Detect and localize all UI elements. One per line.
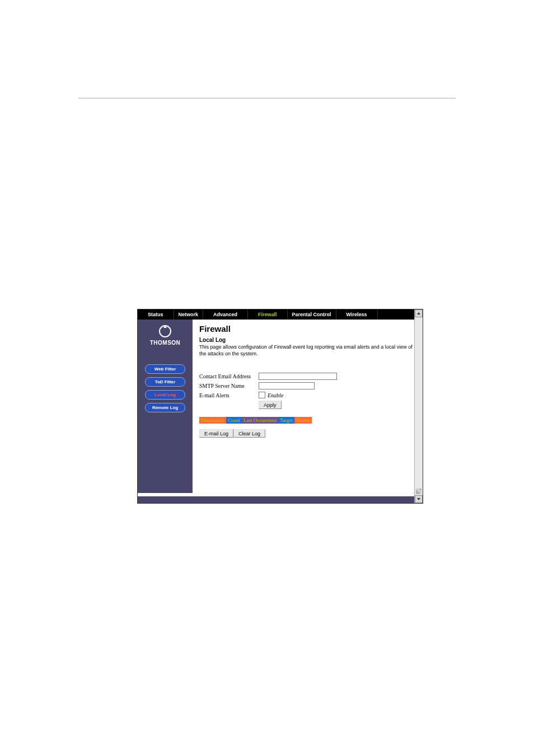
apply-button[interactable]: Apply (259, 401, 282, 409)
page-divider (78, 98, 456, 98)
th-last-occurrence: Last Occurrence (242, 417, 278, 424)
th-count: Count (226, 417, 242, 424)
page-title: Firewall (199, 324, 416, 334)
scroll-down-arrow-icon[interactable] (415, 495, 423, 503)
row-smtp: SMTP Server Name (199, 382, 416, 389)
sidebar-item-tod-filter[interactable]: ToD Filter (145, 377, 185, 387)
page-description: This page allows configuration of Firewa… (199, 344, 416, 357)
brand-text: THOMSON (150, 340, 181, 346)
sidebar-item-web-filter[interactable]: Web Filter (145, 364, 185, 374)
checkbox-enable-alerts[interactable] (259, 392, 265, 398)
th-description: Description (199, 417, 226, 424)
main-area: THOMSON Web Filter ToD Filter Local Log … (138, 320, 423, 493)
label-enable: Enable (268, 392, 283, 398)
tab-wireless[interactable]: Wireless (336, 309, 378, 320)
page-subtitle: Local Log (199, 337, 416, 343)
apply-row: Apply (259, 401, 416, 409)
brand-icon (159, 325, 171, 337)
resize-grip-icon (416, 489, 421, 494)
top-nav: Status Network Advanced Firewall Parenta… (138, 309, 423, 320)
row-email-alerts: E-mail Alerts Enable (199, 392, 416, 398)
vertical-scrollbar[interactable] (414, 309, 423, 503)
log-table: Description Count Last Occurrence Target… (199, 417, 312, 424)
tab-advanced[interactable]: Advanced (203, 309, 248, 320)
content-pane: Firewall Local Log This page allows conf… (193, 320, 423, 493)
label-contact-email: Contact Email Address (199, 373, 259, 379)
clear-log-button[interactable]: Clear Log (233, 429, 265, 438)
row-contact-email: Contact Email Address (199, 373, 416, 380)
sidebar: THOMSON Web Filter ToD Filter Local Log … (138, 320, 193, 493)
tab-network[interactable]: Network (174, 309, 204, 320)
tab-parental-control[interactable]: Parental Control (288, 309, 336, 320)
router-admin-window: Status Network Advanced Firewall Parenta… (137, 309, 423, 504)
label-email-alerts: E-mail Alerts (199, 392, 259, 398)
tab-status[interactable]: Status (138, 309, 174, 320)
brand-logo: THOMSON (150, 325, 181, 346)
email-log-button[interactable]: E-mail Log (199, 429, 233, 438)
log-buttons: E-mail Log Clear Log (199, 429, 416, 438)
sidebar-item-remote-log[interactable]: Remote Log (145, 403, 185, 412)
th-source: Source (294, 417, 312, 424)
th-target: Target (278, 417, 294, 424)
sidebar-item-local-log[interactable]: Local Log (145, 390, 185, 400)
tab-firewall[interactable]: Firewall (248, 309, 288, 320)
bottom-bar (138, 496, 423, 503)
label-smtp: SMTP Server Name (199, 383, 259, 389)
input-smtp[interactable] (259, 382, 315, 389)
input-contact-email[interactable] (259, 373, 337, 380)
scroll-up-arrow-icon[interactable] (415, 309, 423, 317)
